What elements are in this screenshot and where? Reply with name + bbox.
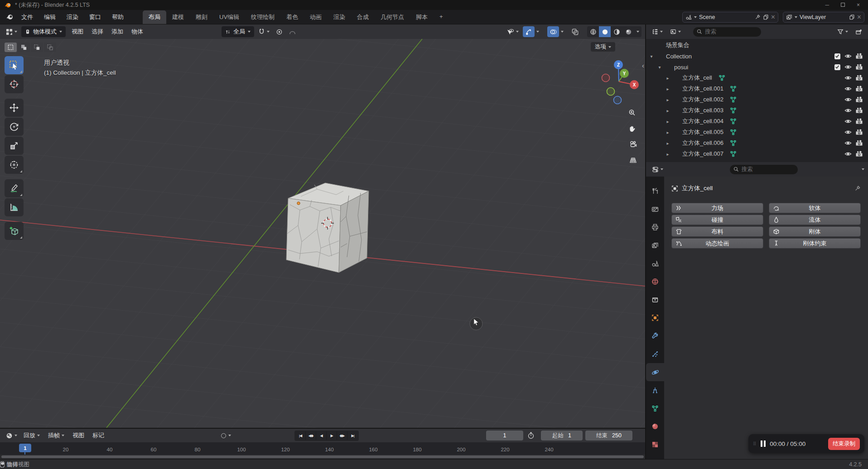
expand-arrow-icon[interactable] [664, 141, 671, 146]
outliner-search-input[interactable] [705, 29, 755, 35]
mesh-data-icon[interactable] [730, 129, 737, 136]
tool-move[interactable] [5, 99, 24, 117]
properties-editor-type-button[interactable] [650, 165, 665, 174]
menu-item[interactable]: 文件 [16, 11, 39, 23]
options-button[interactable]: 选项 [591, 42, 615, 52]
disable-render-camera-icon[interactable] [854, 64, 864, 70]
mesh-data-icon[interactable] [730, 107, 737, 114]
mesh-data-icon[interactable] [730, 150, 737, 158]
workspace-tab[interactable]: 着色 [280, 10, 304, 24]
drag-handle-icon[interactable]: ⠿ [753, 441, 757, 446]
outliner-row[interactable]: 立方体_cell.006 [646, 138, 868, 148]
tool-add-cube[interactable] [5, 222, 24, 240]
tool-select-box[interactable] [5, 56, 24, 74]
mesh-data-icon[interactable] [730, 85, 737, 92]
menu-item[interactable]: 窗口 [84, 11, 106, 23]
menu-item[interactable]: 渲染 [61, 11, 84, 23]
timeline-menu-item[interactable]: 视图 [68, 430, 88, 441]
expand-arrow-icon[interactable] [664, 86, 671, 91]
workspace-tab[interactable]: 布局 [143, 10, 166, 24]
tab-particles[interactable] [646, 345, 664, 363]
mesh-data-icon[interactable] [719, 74, 725, 81]
disable-render-camera-icon[interactable] [854, 75, 864, 81]
select-mode-extend-button[interactable] [18, 43, 30, 52]
hide-eye-icon[interactable] [843, 151, 854, 157]
playback-button[interactable]: ◀◆ [306, 431, 316, 440]
overlays-toggle[interactable] [547, 26, 559, 37]
viewport-menu-item[interactable]: 添加 [107, 26, 127, 38]
frame-end-field[interactable]: 结束250 [585, 431, 632, 440]
outliner-row[interactable]: posui [646, 62, 868, 72]
properties-search-input[interactable] [742, 166, 791, 172]
tab-render[interactable] [646, 200, 664, 218]
timeline-menu-item[interactable]: 插帧 [44, 430, 68, 441]
tab-object-data[interactable] [646, 399, 664, 417]
outliner-editor-type-button[interactable] [650, 27, 665, 36]
proportional-falloff-icon[interactable] [287, 27, 298, 37]
tool-scale[interactable] [5, 137, 24, 155]
disable-render-camera-icon[interactable] [854, 118, 864, 124]
hide-eye-icon[interactable] [843, 86, 854, 92]
workspace-tab[interactable]: 几何节点 [375, 10, 410, 24]
shading-wireframe-button[interactable] [587, 26, 599, 37]
copy-icon[interactable] [849, 14, 855, 20]
outliner-row[interactable]: 场景集合 [646, 40, 868, 51]
physics-add-button[interactable]: 流体 [769, 215, 861, 225]
shading-solid-button[interactable] [599, 26, 611, 37]
mesh-data-icon[interactable] [730, 118, 737, 125]
disable-render-camera-icon[interactable] [854, 96, 864, 103]
playback-button[interactable]: ◆▶ [337, 431, 347, 440]
outliner-row[interactable]: Collection [646, 51, 868, 62]
snap-button[interactable] [256, 27, 272, 37]
tool-transform[interactable] [5, 156, 24, 174]
exclude-checkbox[interactable] [832, 64, 843, 70]
tab-material[interactable] [646, 417, 664, 436]
current-frame-field[interactable]: 1 [486, 431, 523, 440]
tab-output[interactable] [646, 218, 664, 236]
tool-rotate[interactable] [5, 118, 24, 136]
select-mode-subtract-button[interactable] [31, 43, 43, 52]
outliner-search[interactable] [693, 27, 761, 37]
outliner-display-mode-button[interactable] [668, 27, 683, 36]
workspace-tab[interactable]: 纹理绘制 [245, 10, 280, 24]
close-button[interactable]: × [857, 2, 860, 8]
pause-recording-button[interactable] [761, 440, 766, 447]
workspace-tab[interactable]: 雕刻 [190, 10, 213, 24]
tab-modifiers[interactable] [646, 327, 664, 345]
tool-cursor[interactable] [5, 75, 24, 93]
outliner-row[interactable]: 立方体_cell [646, 72, 868, 83]
camera-view-button[interactable] [627, 138, 639, 150]
pin-icon[interactable] [854, 185, 861, 191]
physics-add-button[interactable]: 碰撞 [671, 215, 763, 225]
auto-keyframe-toggle[interactable] [221, 433, 231, 438]
hide-eye-icon[interactable] [843, 129, 854, 135]
hide-eye-icon[interactable] [843, 140, 854, 146]
properties-options-caret[interactable] [862, 168, 864, 170]
menu-item[interactable]: 帮助 [106, 11, 129, 23]
timeline-editor-type-button[interactable] [4, 431, 19, 440]
shading-material-button[interactable] [611, 26, 622, 37]
unlink-icon[interactable]: × [771, 13, 775, 21]
workspace-tab[interactable]: 脚本 [410, 10, 434, 24]
new-collection-button[interactable] [853, 27, 864, 37]
copy-icon[interactable] [763, 14, 769, 20]
shading-rendered-button[interactable] [622, 26, 634, 37]
tab-scene[interactable] [646, 254, 664, 273]
properties-search[interactable] [730, 165, 798, 174]
app-menu-button[interactable] [4, 12, 16, 22]
shading-dropdown-caret[interactable] [634, 26, 641, 37]
exclude-checkbox[interactable] [832, 53, 843, 59]
viewlayer-selector[interactable]: ViewLayer × [783, 12, 864, 23]
timeline-scrollbar[interactable] [0, 455, 645, 459]
outliner-row[interactable]: 立方体_cell.003 [646, 105, 868, 116]
workspace-tab[interactable]: UV编辑 [213, 10, 245, 24]
tool-measure[interactable] [5, 198, 24, 216]
mode-selector[interactable]: 物体模式 [21, 26, 66, 37]
physics-add-button[interactable]: 刚体约束 [769, 238, 861, 249]
disable-render-camera-icon[interactable] [854, 151, 864, 157]
gizmo-toggle[interactable] [523, 26, 535, 37]
tab-collection[interactable] [646, 291, 664, 309]
tab-constraints[interactable] [646, 381, 664, 399]
disable-render-camera-icon[interactable] [854, 129, 864, 135]
hide-eye-icon[interactable] [843, 118, 854, 124]
